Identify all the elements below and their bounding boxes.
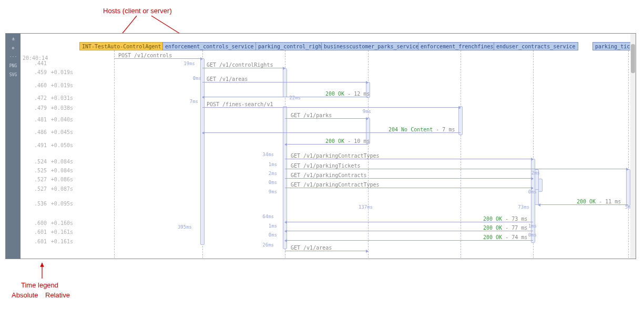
- response-arrow[interactable]: [202, 132, 461, 133]
- response-label: 204 No Content - 7 ms: [389, 127, 455, 132]
- request-arrow[interactable]: [285, 118, 368, 119]
- activity-bar: [626, 169, 630, 206]
- lifeline: [628, 50, 629, 259]
- request-arrow[interactable]: [202, 82, 368, 83]
- timeline-row: .460+0.019s: [23, 83, 73, 88]
- annot-absolute: Absolute: [12, 291, 38, 300]
- timeline-row: .491+0.050s: [23, 142, 73, 148]
- response-label: 200 OK - 10 ms: [325, 138, 370, 144]
- sequence-diagram: ⋔ ⊕ ··· PNG SVG INT-TestAuto-ControlAgen…: [5, 33, 636, 259]
- lifeline: [114, 50, 115, 259]
- toolbar-icon[interactable]: ⊕: [12, 46, 15, 50]
- gap-label: 26ms: [256, 242, 274, 248]
- toolbar-icon[interactable]: ⋔: [12, 37, 15, 42]
- timeline-row: .472+0.031s: [23, 95, 73, 101]
- timeline-row: .527+0.087s: [23, 186, 73, 192]
- timeline-row: .524+0.084s: [23, 159, 73, 164]
- response-arrow[interactable]: [285, 240, 533, 241]
- annot-hosts: Hosts (client or server): [103, 7, 172, 16]
- message-label: GET /v1/parks: [291, 112, 332, 118]
- activity-bar: [458, 106, 463, 135]
- activity-bar: [200, 58, 205, 245]
- host-box[interactable]: parking_tickets_service: [592, 42, 636, 50]
- request-arrow[interactable]: [202, 68, 285, 68]
- gap-label: 19ms: [177, 61, 195, 66]
- timeline-row: .601+0.161s: [23, 239, 73, 244]
- timeline-row: .600+0.160s: [23, 220, 73, 226]
- response-label: 200 OK - 12 ms: [325, 91, 370, 97]
- gap-label: 22ms: [283, 95, 301, 100]
- response-arrow[interactable]: [285, 222, 533, 222]
- scrollbar-thumb[interactable]: [631, 44, 635, 73]
- lifeline: [461, 50, 461, 259]
- diagram-canvas[interactable]: INT-TestAuto-ControlAgentenforcement_con…: [21, 34, 636, 259]
- gap-label: 1ms: [259, 162, 277, 167]
- timeline-row: .441: [23, 60, 73, 66]
- gap-label: 137ms: [355, 204, 373, 210]
- request-arrow[interactable]: [114, 58, 202, 59]
- timeline-row: .601+0.161s: [23, 229, 73, 235]
- gap-label: 64ms: [256, 214, 274, 219]
- gap-label: 0ms: [183, 76, 201, 81]
- gap-label: 9ms: [353, 109, 371, 114]
- message-label: GET /v1/parkingTickets: [291, 163, 360, 169]
- host-box[interactable]: enduser_contracts_service: [494, 42, 578, 50]
- gap-label: 1ms: [259, 223, 277, 229]
- toolbar-icon[interactable]: ···: [9, 55, 17, 59]
- request-arrow[interactable]: [285, 188, 533, 188]
- response-label: 200 OK - 11 ms: [577, 199, 621, 204]
- gap-label: 2ms: [259, 171, 277, 176]
- gap-label: 1ms: [519, 223, 537, 229]
- request-arrow[interactable]: [285, 251, 368, 251]
- message-label: GET /v1/areas: [291, 245, 332, 251]
- timeline-row: .527+0.086s: [23, 177, 73, 182]
- gap-label: 2ms: [522, 170, 540, 176]
- message-label: GET /v1/parkingContracts: [291, 172, 367, 178]
- timeline-row: .481+0.040s: [23, 117, 73, 122]
- activity-bar: [283, 68, 287, 97]
- request-arrow[interactable]: [285, 178, 533, 179]
- annot-relative: Relative: [45, 291, 70, 300]
- timeline-row: .525+0.084s: [23, 168, 73, 173]
- response-arrow[interactable]: [538, 204, 628, 205]
- timeline-row: .459+0.019s: [23, 69, 73, 75]
- message-label: GET /v1/controlRights: [207, 62, 273, 68]
- scrollbar[interactable]: [630, 34, 636, 259]
- gap-label: 34ms: [256, 152, 274, 157]
- host-box[interactable]: enforcement_controls_service: [162, 42, 257, 50]
- toolbar-png[interactable]: PNG: [9, 64, 17, 68]
- request-arrow[interactable]: [285, 169, 628, 169]
- gap-label: 395ms: [174, 224, 192, 230]
- message-label: GET /v1/areas: [207, 76, 248, 82]
- host-box[interactable]: businesscustomer_parks_service: [321, 42, 422, 50]
- activity-bar: [283, 106, 287, 249]
- annot-time-legend: Time legend: [21, 281, 58, 290]
- timeline-row: .479+0.038s: [23, 105, 73, 111]
- timeline-row: .536+0.095s: [23, 201, 73, 207]
- host-box[interactable]: INT-TestAuto-ControlAgent: [79, 42, 164, 50]
- message-label: POST /fines-search/v1: [207, 101, 273, 107]
- gap-label: 0ms: [259, 180, 277, 185]
- response-arrow[interactable]: [285, 231, 533, 231]
- timeline-row: .486+0.045s: [23, 129, 73, 135]
- gap-label: 0ms: [519, 232, 537, 238]
- gap-label: 0ms: [259, 232, 277, 238]
- response-arrow[interactable]: [285, 144, 368, 145]
- activity-bar: [538, 179, 543, 192]
- message-label: GET /v1/parkingContractTypes: [291, 182, 380, 188]
- toolbar-svg[interactable]: SVG: [9, 73, 17, 77]
- request-arrow[interactable]: [202, 107, 461, 108]
- diagram-toolbar: ⋔ ⊕ ··· PNG SVG: [6, 34, 21, 259]
- gap-label: 9ms: [259, 189, 277, 194]
- gap-label: 0ms: [519, 189, 537, 194]
- message-label: POST /v1/controls: [118, 53, 172, 58]
- gap-label: 7ms: [180, 99, 198, 104]
- request-arrow[interactable]: [285, 159, 533, 159]
- message-label: GET /v1/parkingContractTypes: [291, 153, 380, 159]
- response-label: 200 OK - 73 ms: [483, 216, 527, 222]
- gap-label: 73ms: [512, 204, 529, 210]
